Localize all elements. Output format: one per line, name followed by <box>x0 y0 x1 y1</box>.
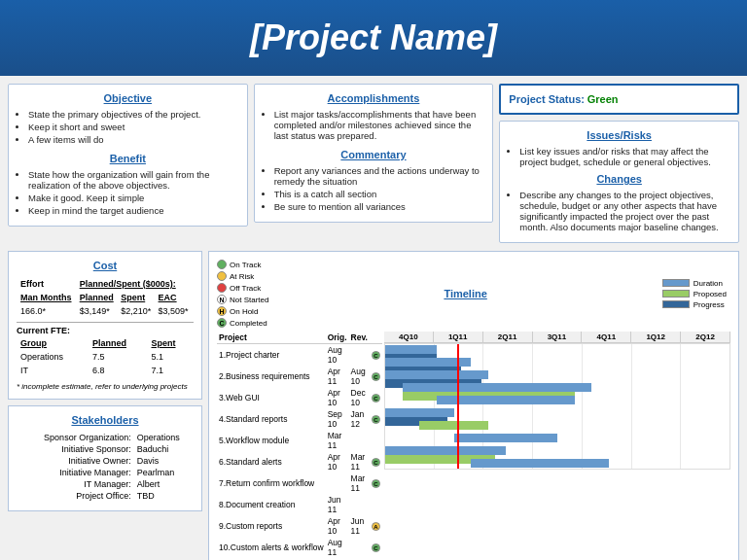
q3-header: 2Q11 <box>483 332 533 342</box>
project-orig: Jun 11 <box>326 494 349 515</box>
project-name: 7.Return confirm workflow <box>217 472 326 494</box>
stakeholder-value-2: Davis <box>137 456 192 466</box>
list-item: Be sure to mention all variances <box>274 201 485 212</box>
project-rev: Mar 11 <box>349 472 370 494</box>
cost-title: Cost <box>17 260 194 271</box>
project-status-card: Project Status: Green <box>499 84 739 115</box>
off-track-icon <box>217 283 227 293</box>
bar-8-duration <box>454 434 557 442</box>
duration-color <box>662 279 690 287</box>
project-status <box>370 430 382 451</box>
project-status: C <box>370 387 382 408</box>
grid-col-7 <box>681 344 729 469</box>
col-rev: Rev. <box>349 332 370 344</box>
project-rev: Jan 12 <box>349 408 370 430</box>
fte-row1-planned: 7.5 <box>90 351 147 363</box>
q5-header: 4Q11 <box>582 332 631 342</box>
proposed-color <box>662 290 690 298</box>
stakeholder-label-0: Sponsor Organization: <box>18 433 135 442</box>
off-track-label: Off Track <box>230 284 261 293</box>
list-item: This is a catch all section <box>274 189 485 199</box>
project-name: 3.Web GUI <box>217 387 326 408</box>
fte-row2-planned: 6.8 <box>90 365 147 376</box>
bar-10-duration <box>471 459 609 468</box>
stakeholder-value-1: Baduchi <box>137 444 192 454</box>
progress-legend: Progress <box>662 300 727 309</box>
stakeholder-label-1: Initiative Sponsor: <box>18 444 135 454</box>
bar-3-duration <box>385 370 488 379</box>
main-content: Objective State the primary objectives o… <box>0 76 747 251</box>
q4-header: 3Q11 <box>533 332 583 342</box>
project-table: Project Orig. Rev. 1.Project charter Aug… <box>217 332 382 558</box>
status-legend: On Track At Risk Off Track N Not Started… <box>217 260 268 328</box>
list-item: State the primary objectives of the proj… <box>28 109 239 120</box>
accomplishments-card: Accomplishments List major tasks/accompl… <box>254 84 494 223</box>
project-orig: Apr 11 <box>326 366 349 387</box>
duration-legend: Duration <box>662 279 727 288</box>
not-started-legend: N Not Started <box>217 295 268 304</box>
commentary-title: Commentary <box>263 149 485 160</box>
at-risk-icon <box>217 271 227 281</box>
at-risk-label: At Risk <box>230 272 254 281</box>
project-name: 4.Standard reports <box>217 408 326 430</box>
q6-header: 1Q12 <box>631 332 681 342</box>
fte-row1-spent: 5.1 <box>149 351 192 363</box>
project-name: 10.Custom alerts & workflow <box>217 537 326 558</box>
issues-risks-title: Issues/Risks <box>508 129 730 141</box>
col-orig: Orig. <box>326 332 349 344</box>
bar-legend: Duration Proposed Progress <box>662 279 727 309</box>
row1-col3: $2,210* <box>119 305 154 317</box>
project-orig <box>326 472 349 494</box>
fte-col-planned: Planned <box>90 337 147 349</box>
col-planned: Planned <box>78 292 118 303</box>
stakeholder-label-4: IT Manager: <box>18 479 135 489</box>
gantt-body <box>384 343 730 470</box>
project-orig: Apr 10 <box>326 387 349 408</box>
completed-icon: C <box>217 318 227 328</box>
duration-label: Duration <box>694 279 723 288</box>
project-status: C <box>370 451 382 472</box>
on-track-label: On Track <box>230 261 261 269</box>
cost-note: * incomplete estimate, refer to underlyi… <box>17 382 194 391</box>
list-item: Keep in mind the target audience <box>28 205 239 216</box>
current-fte-label: Current FTE: <box>17 326 194 335</box>
project-orig: Aug 10 <box>326 344 349 367</box>
timeline-title: Timeline <box>268 288 661 299</box>
stakeholder-label-2: Initiative Owner: <box>18 456 135 466</box>
project-rev <box>349 494 370 515</box>
left-column: Objective State the primary objectives o… <box>8 84 248 243</box>
project-status: C <box>370 344 382 367</box>
project-rev <box>349 344 370 367</box>
changes-title: Changes <box>508 173 730 185</box>
fte-row2-spent: 7.1 <box>149 365 192 376</box>
changes-list: Describe any changes to the project obje… <box>508 190 730 232</box>
fte-col-group: Group <box>18 337 89 349</box>
list-item: A few items will do <box>28 134 239 145</box>
project-name: 6.Standard alerts <box>217 451 326 472</box>
grid-col-5 <box>583 344 632 469</box>
q7-header: 2Q12 <box>681 332 730 342</box>
accomplishments-title: Accomplishments <box>263 92 485 104</box>
right-column: Project Status: Green Issues/Risks List … <box>499 84 739 243</box>
stakeholder-value-4: Albert <box>137 479 192 489</box>
progress-color <box>662 300 690 308</box>
benefit-title: Benefit <box>17 153 239 164</box>
completed-legend: C Completed <box>217 318 268 328</box>
project-rev: Dec 10 <box>349 387 370 408</box>
objective-list: State the primary objectives of the proj… <box>17 109 239 145</box>
bar-1-duration <box>385 345 437 354</box>
on-hold-legend: H On Hold <box>217 306 268 316</box>
cost-card: Cost Effort Planned/Spent ($000s): Man M… <box>8 251 202 400</box>
stakeholders-card: Stakeholders Sponsor Organization: Opera… <box>8 405 202 511</box>
grid-col-4 <box>533 344 583 469</box>
fte-row2-group: IT <box>18 365 89 376</box>
bar-4-duration <box>403 383 592 392</box>
project-status: C <box>370 366 382 387</box>
row1-col2: $3,149* <box>78 305 118 317</box>
row1-col4: $3,509* <box>157 305 192 317</box>
project-orig: Apr 10 <box>326 515 349 537</box>
bar-7-proposed <box>419 421 488 430</box>
bar-9-duration <box>385 446 506 455</box>
stakeholder-value-0: Operations <box>137 433 192 442</box>
project-orig: Sep 10 <box>326 408 349 430</box>
